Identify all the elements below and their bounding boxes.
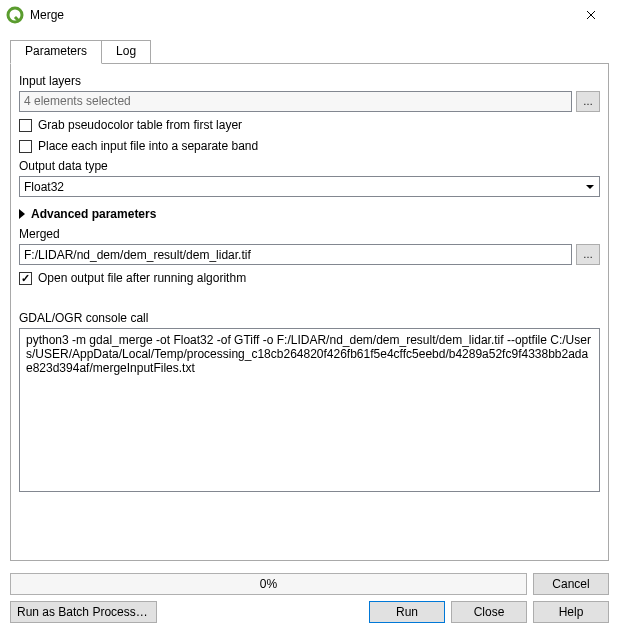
advanced-parameters-label: Advanced parameters bbox=[31, 207, 156, 221]
qgis-icon bbox=[6, 6, 24, 24]
separate-band-label: Place each input file into a separate ba… bbox=[38, 139, 258, 153]
tab-log[interactable]: Log bbox=[101, 40, 151, 64]
open-after-label: Open output file after running algorithm bbox=[38, 271, 246, 285]
dialog-bottom: 0% Cancel Run as Batch Process… Run Clos… bbox=[0, 573, 619, 623]
titlebar: Merge bbox=[0, 0, 619, 30]
open-after-checkbox[interactable] bbox=[19, 272, 32, 285]
output-type-dropdown-button[interactable] bbox=[581, 177, 599, 196]
tab-panel-parameters: Input layers 4 elements selected … Grab … bbox=[10, 63, 609, 561]
merged-label: Merged bbox=[19, 227, 600, 241]
grab-pseudocolor-label: Grab pseudocolor table from first layer bbox=[38, 118, 242, 132]
progress-bar: 0% bbox=[10, 573, 527, 595]
cancel-button[interactable]: Cancel bbox=[533, 573, 609, 595]
progress-text: 0% bbox=[260, 577, 277, 591]
console-call-box[interactable]: python3 -m gdal_merge -ot Float32 -of GT… bbox=[19, 328, 600, 492]
grab-pseudocolor-checkbox[interactable] bbox=[19, 119, 32, 132]
run-as-batch-button[interactable]: Run as Batch Process… bbox=[10, 601, 157, 623]
grab-pseudocolor-option[interactable]: Grab pseudocolor table from first layer bbox=[19, 116, 600, 134]
chevron-right-icon bbox=[19, 209, 25, 219]
input-layers-label: Input layers bbox=[19, 74, 600, 88]
help-button[interactable]: Help bbox=[533, 601, 609, 623]
window-title: Merge bbox=[30, 8, 571, 22]
input-layers-browse-button[interactable]: … bbox=[576, 91, 600, 112]
output-type-value: Float32 bbox=[20, 180, 581, 194]
separate-band-checkbox[interactable] bbox=[19, 140, 32, 153]
merged-browse-button[interactable]: … bbox=[576, 244, 600, 265]
console-call-label: GDAL/OGR console call bbox=[19, 311, 600, 325]
tab-bar: Parameters Log bbox=[10, 40, 609, 64]
chevron-down-icon bbox=[586, 185, 594, 189]
output-type-label: Output data type bbox=[19, 159, 600, 173]
output-type-combo[interactable]: Float32 bbox=[19, 176, 600, 197]
merged-path-input[interactable] bbox=[19, 244, 572, 265]
close-button[interactable]: Close bbox=[451, 601, 527, 623]
window-close-button[interactable] bbox=[571, 3, 611, 27]
input-layers-field: 4 elements selected bbox=[19, 91, 572, 112]
separate-band-option[interactable]: Place each input file into a separate ba… bbox=[19, 137, 600, 155]
tab-parameters[interactable]: Parameters bbox=[10, 40, 102, 64]
dialog-content: Parameters Log Input layers 4 elements s… bbox=[0, 30, 619, 569]
advanced-parameters-header[interactable]: Advanced parameters bbox=[19, 207, 600, 221]
open-after-option[interactable]: Open output file after running algorithm bbox=[19, 269, 600, 287]
run-button[interactable]: Run bbox=[369, 601, 445, 623]
